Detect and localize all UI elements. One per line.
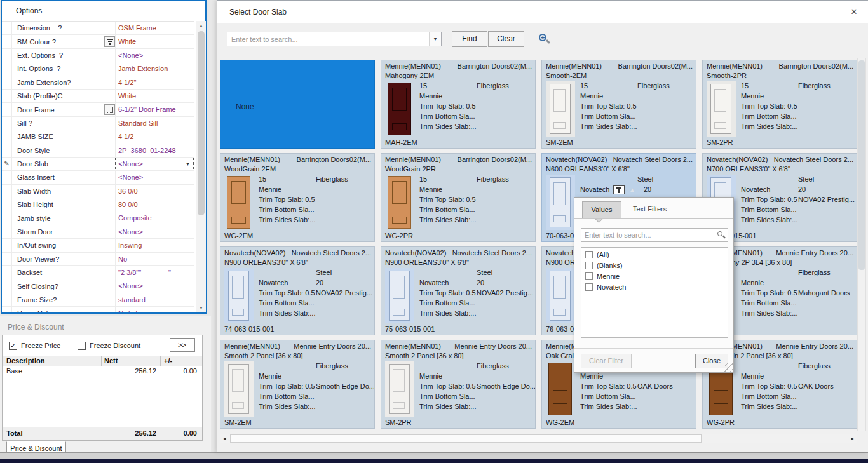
tab-values[interactable]: Values <box>582 201 621 218</box>
options-scrollbar[interactable]: ▲ ▼ <box>196 21 206 312</box>
option-value[interactable]: Jamb Extension <box>115 62 194 75</box>
option-value[interactable]: OSM Frame <box>115 22 194 34</box>
filter-value-checkbox[interactable] <box>585 283 593 291</box>
door-slab-card[interactable]: Mennie(MENN01)Barrington Doors02(M...Smo… <box>541 60 696 149</box>
option-value[interactable]: Standard Sill <box>115 117 194 130</box>
option-value[interactable]: Nickel <box>115 307 194 312</box>
filter-value-item[interactable]: (All) <box>581 249 728 260</box>
option-row[interactable]: Glass Insert<None> <box>2 171 194 184</box>
find-button[interactable]: Find <box>452 31 487 47</box>
clear-filter-button[interactable]: Clear Filter <box>581 354 632 368</box>
option-row[interactable]: Slab Width36 0/0 <box>2 185 194 198</box>
close-icon[interactable]: ✕ <box>848 6 860 18</box>
door-slab-card[interactable]: Mennie(MENN01)Mennie Entry Doors 20...Sm… <box>220 340 375 429</box>
option-row[interactable]: Door Viewer?No <box>2 253 194 266</box>
door-slab-card[interactable]: Novatech(NOVA02)Novatech Steel Doors 2..… <box>381 246 536 335</box>
option-value[interactable]: 4 1/2 <box>115 130 194 143</box>
door-slab-card[interactable]: Mennie(MENN01)Mennie Entry Doors 20...Sm… <box>381 340 536 429</box>
option-row[interactable]: Slab (Profile)CWhite <box>2 90 194 103</box>
option-value[interactable]: <None> <box>115 225 194 238</box>
freeze-price-checkbox[interactable]: ✓ <box>9 342 17 350</box>
card-detail-line: Trim Bottom Sla... <box>542 393 695 402</box>
option-value[interactable]: <None> <box>115 49 194 62</box>
option-row[interactable]: Int. Options ?Jamb Extension <box>2 62 194 76</box>
option-row[interactable]: Jamb Extension?4 1/2" <box>2 76 194 90</box>
option-row[interactable]: Slab Height80 0/0 <box>2 198 194 211</box>
search-input[interactable] <box>227 32 429 46</box>
filter-value-item[interactable]: Mennie <box>581 271 728 281</box>
zoom-search-icon[interactable]: + <box>538 33 551 46</box>
option-row[interactable]: Sill ?Standard Sill <box>2 117 194 130</box>
tab-text-filters[interactable]: Text Filters <box>633 205 667 213</box>
card-detail-line: Mennie <box>542 372 695 382</box>
horizontal-scrollbar-thumb[interactable] <box>230 434 702 443</box>
option-value[interactable]: White <box>115 90 194 102</box>
door-slab-card[interactable]: Mennie(MENN01)Barrington Doors02(M...Woo… <box>381 153 536 242</box>
option-value[interactable]: standard <box>115 293 194 306</box>
horizontal-scrollbar[interactable]: ◄ ► <box>220 434 857 443</box>
option-value[interactable]: "2 3/8"" " <box>115 266 194 279</box>
filter-value-checkbox[interactable] <box>585 262 593 269</box>
resize-grip[interactable] <box>724 363 733 372</box>
filter-search-input[interactable] <box>581 231 717 239</box>
expand-button[interactable]: >> <box>170 338 195 352</box>
option-value[interactable]: <None> <box>115 171 194 184</box>
option-value[interactable]: 4 1/2" <box>115 76 194 89</box>
dropdown-arrow-icon[interactable]: ▼ <box>184 162 192 166</box>
option-row[interactable]: Storm Door<None> <box>2 225 194 239</box>
popup-close-button[interactable]: Close <box>695 354 728 368</box>
option-row[interactable]: ✎Door Slab<None>▼ <box>2 158 194 171</box>
option-row[interactable]: Frame Size?standard <box>2 293 194 307</box>
option-value[interactable]: 6-1/2" Door Frame <box>115 103 194 116</box>
scroll-left-icon[interactable]: ◄ <box>220 434 229 443</box>
filter-value-item[interactable]: (Blanks) <box>581 260 728 271</box>
search-combo[interactable]: ▼ <box>227 32 442 46</box>
chevron-down-icon[interactable]: ▼ <box>429 32 441 46</box>
option-value[interactable]: No <box>115 253 194 265</box>
filter-value-checkbox[interactable] <box>585 272 593 280</box>
options-scrollbar-thumb[interactable] <box>198 31 205 215</box>
frame-icon[interactable] <box>104 104 115 115</box>
option-row[interactable]: Jamb styleComposite <box>2 211 194 225</box>
option-value[interactable]: 80 0/0 <box>115 198 194 211</box>
option-value[interactable]: 36 0/0 <box>115 185 194 198</box>
scroll-up-icon[interactable]: ▲ <box>196 21 206 30</box>
door-slab-card[interactable]: Novatech(NOVA02)Novatech Steel Doors 2..… <box>220 246 375 335</box>
option-row[interactable]: BM Colour ?White <box>2 35 194 48</box>
option-row[interactable]: Ext. Options ?<None> <box>2 49 194 62</box>
scroll-right-icon[interactable]: ► <box>848 434 857 443</box>
clear-button[interactable]: Clear <box>488 31 524 47</box>
filter-icon[interactable] <box>104 36 115 47</box>
door-slab-card[interactable]: Mennie(MENN01)Barrington Doors02(M...Woo… <box>220 153 375 242</box>
filter-value-item[interactable]: Novatech <box>581 281 728 292</box>
freeze-discount-option[interactable]: Freeze Discount <box>78 340 140 351</box>
door-slab-card[interactable]: Mennie(MENN01)Barrington Doors02(M...Mah… <box>381 60 536 149</box>
option-value[interactable]: Composite <box>115 211 194 224</box>
detail-text: Trim Bottom Sla... <box>259 206 315 213</box>
freeze-discount-checkbox[interactable] <box>78 342 86 350</box>
option-value[interactable]: 2P_3680_01-2248 <box>115 144 194 157</box>
vertical-scrollbar[interactable] <box>857 58 866 431</box>
option-row[interactable]: Hinge ColourNickel <box>2 307 194 312</box>
option-row[interactable]: Self Closing?<None> <box>2 279 194 293</box>
door-slab-card[interactable]: Mennie(MENN01)Barrington Doors02(M...Smo… <box>702 60 857 149</box>
option-value[interactable]: <None>▼ <box>115 158 194 170</box>
dialog-titlebar[interactable]: Select Door Slab ✕ <box>217 1 868 23</box>
option-row[interactable]: Door Style2P_3680_01-2248 <box>2 144 194 158</box>
freeze-price-option[interactable]: ✓ Freeze Price <box>9 340 60 351</box>
edit-pencil-icon: ✎ <box>2 158 12 170</box>
option-row[interactable]: In/Out swingInswing <box>2 239 194 252</box>
scroll-down-icon[interactable]: ▼ <box>196 303 206 312</box>
option-row[interactable]: Door Frame6-1/2" Door Frame <box>2 103 194 116</box>
vertical-scrollbar-thumb[interactable] <box>858 60 865 270</box>
option-row[interactable]: Backset"2 3/8"" " <box>2 266 194 279</box>
filter-value-checkbox[interactable] <box>585 251 593 258</box>
option-row[interactable]: Dimension ?OSM Frame <box>2 22 194 35</box>
column-filter-button[interactable] <box>613 185 625 194</box>
door-slab-card-none[interactable]: None <box>220 60 375 149</box>
option-value[interactable]: Inswing <box>115 239 194 252</box>
filter-search-box[interactable] <box>581 228 728 242</box>
option-value[interactable]: White <box>115 35 194 48</box>
option-value[interactable]: <None> <box>115 279 194 292</box>
option-row[interactable]: JAMB SIZE4 1/2 <box>2 130 194 144</box>
